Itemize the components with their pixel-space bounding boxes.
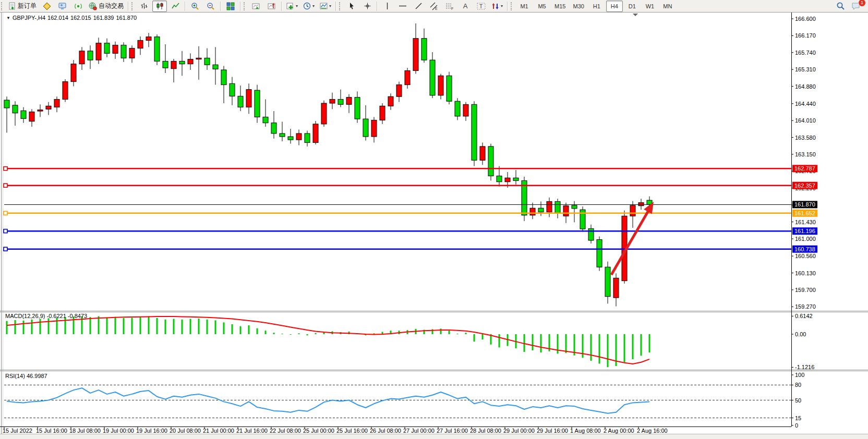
- new-order-button[interactable]: 新订单: [6, 1, 39, 12]
- zoom-out-button[interactable]: [203, 1, 218, 12]
- fibonacci-icon: F: [445, 2, 454, 10]
- trend-arrow-shaft[interactable]: [611, 209, 649, 275]
- ohlc-close: 161.870: [116, 15, 137, 21]
- candle-bear: [497, 176, 502, 181]
- timeframe-m1-button[interactable]: M1: [516, 1, 533, 12]
- candle-bear: [572, 205, 577, 209]
- chart-shift-marker[interactable]: [633, 14, 638, 16]
- add-indicator-button[interactable]: ▾: [284, 1, 300, 12]
- vertical-line-icon: [384, 2, 391, 10]
- timeframe-d1-button[interactable]: D1: [624, 1, 641, 12]
- chart-plot-area[interactable]: 166.600166.170165.740165.310164.880164.4…: [0, 0, 868, 439]
- candle-bear: [271, 123, 276, 133]
- template-button[interactable]: ▾: [318, 1, 333, 12]
- notifications-button[interactable]: 1: [849, 1, 863, 12]
- vertical-line-tool-button[interactable]: [380, 1, 394, 12]
- candle-bull: [63, 82, 68, 100]
- time-axis-label: 25 Jul 00:00: [303, 428, 334, 434]
- auto-trading-label: 自动交易: [99, 2, 124, 10]
- candle-bull: [396, 85, 402, 97]
- candle-bear: [447, 76, 452, 101]
- toolbar-separator: [128, 2, 129, 11]
- hline-handle[interactable]: [4, 184, 7, 187]
- period-button[interactable]: ▾: [301, 1, 317, 12]
- timeframe-m15-button[interactable]: M15: [551, 1, 569, 12]
- signals-button[interactable]: [71, 1, 86, 12]
- candle-bear: [238, 96, 243, 107]
- market-depth-button[interactable]: [40, 1, 54, 12]
- trendline-icon: [415, 2, 423, 10]
- text-label-tool-button[interactable]: T: [474, 1, 488, 12]
- price-badge-label: 161.870: [794, 201, 815, 208]
- toolbar-separator: [377, 2, 378, 11]
- time-axis-label: 22 Jul 08:00: [270, 428, 301, 434]
- hline-handle[interactable]: [4, 167, 7, 170]
- rsi-axis-label: 80: [795, 382, 801, 388]
- auto-trading-button[interactable]: 自动交易: [87, 1, 126, 12]
- trendline-tool-button[interactable]: [411, 1, 426, 12]
- candle-bear: [13, 105, 18, 113]
- toolbar-grip[interactable]: [339, 2, 343, 10]
- hline-handle[interactable]: [4, 211, 7, 215]
- toolbar-grip[interactable]: [244, 2, 247, 10]
- timeframe-h1-button[interactable]: H1: [588, 1, 605, 12]
- fibonacci-tool-button[interactable]: F: [442, 1, 457, 12]
- collapse-triangle-icon[interactable]: ▼: [6, 16, 10, 20]
- cursor-tool-button[interactable]: [344, 1, 359, 12]
- y-axis-tick-label: 165.740: [795, 50, 816, 56]
- cursor-icon: [348, 2, 356, 10]
- rsi-axis-label: 100: [795, 372, 804, 378]
- text-tool-button[interactable]: A: [458, 1, 473, 12]
- timeframe-w1-button[interactable]: W1: [642, 1, 658, 12]
- new-order-icon: [8, 2, 16, 10]
- horizontal-line-tool-button[interactable]: [395, 1, 410, 12]
- timeframe-m5-button[interactable]: M5: [534, 1, 550, 12]
- chevron-down-icon: ▾: [501, 4, 503, 8]
- chart-forward-button[interactable]: [249, 1, 263, 12]
- toolbar-grip[interactable]: [1, 2, 5, 10]
- timeframe-mn-button[interactable]: MN: [659, 1, 676, 12]
- main-toolbar: 新订单 自动交易: [0, 0, 868, 13]
- rsi-name: RSI(14): [5, 373, 25, 379]
- timeframe-h4-button[interactable]: H4: [606, 1, 623, 12]
- y-axis-tick-label: 164.880: [795, 83, 816, 90]
- candle-bear: [338, 100, 343, 105]
- candle-bear: [363, 119, 368, 137]
- search-icon: [836, 2, 845, 10]
- candle-bull: [79, 51, 85, 64]
- time-axis-label: 29 Jul 00:00: [503, 428, 535, 434]
- candle-bear: [455, 101, 460, 116]
- candlestick-chart-button[interactable]: [152, 1, 167, 12]
- time-axis-label: 27 Jul 00:00: [403, 428, 435, 434]
- accounts-button[interactable]: [55, 1, 70, 12]
- hline-handle[interactable]: [4, 247, 7, 251]
- chart-forward-icon: [252, 2, 260, 10]
- chart-shift-button[interactable]: [264, 1, 279, 12]
- tile-windows-button[interactable]: [223, 1, 238, 12]
- bar-chart-button[interactable]: [137, 1, 151, 12]
- line-chart-button[interactable]: [168, 1, 183, 12]
- chart-title: ▼ GBPJPY-,H4 162.014 162.015 161.839 161…: [6, 15, 137, 21]
- toolbar-grip[interactable]: [511, 2, 514, 10]
- template-icon: [320, 2, 328, 10]
- crosshair-tool-button[interactable]: [360, 1, 375, 12]
- zoom-in-button[interactable]: [188, 1, 202, 12]
- candle-bear: [121, 45, 126, 58]
- candle-bull: [71, 64, 76, 82]
- toolbar-grip[interactable]: [131, 2, 135, 10]
- chevron-down-icon: ▾: [296, 4, 298, 8]
- candle-bear: [213, 65, 218, 69]
- equidistant-channel-tool-button[interactable]: E: [427, 1, 441, 12]
- new-order-label: 新订单: [18, 2, 37, 10]
- candle-bear: [179, 61, 185, 64]
- search-button[interactable]: [833, 1, 848, 12]
- candle-bear: [163, 61, 168, 68]
- candle-bull: [547, 201, 552, 212]
- y-axis-tick-label: 166.170: [795, 32, 816, 39]
- arrows-tool-button[interactable]: ▾: [489, 1, 505, 12]
- macd-axis-label: 0.6142: [795, 313, 813, 319]
- macd-signal-line: [7, 316, 649, 364]
- timeframe-m30-button[interactable]: M30: [570, 1, 587, 12]
- candle-bear: [263, 117, 268, 123]
- hline-handle[interactable]: [4, 229, 7, 233]
